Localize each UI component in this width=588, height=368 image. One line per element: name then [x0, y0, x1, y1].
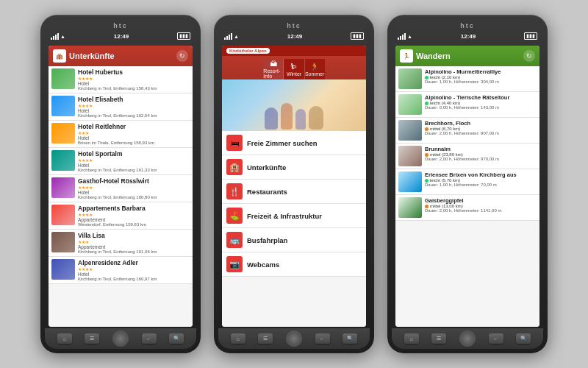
hike-info: Gaisberggipfel mittel (13,00 km) Dauer: …	[425, 197, 537, 213]
status-icons-1: ▲	[51, 33, 65, 40]
app-title-1: Unterkünfte	[69, 52, 173, 60]
menu-icon-busfahrplan: 🚌	[226, 232, 243, 248]
hike-detail: Dauer: 1,00 h, Höhenmeter: 304,00 m	[425, 79, 537, 84]
hike-info: Alpinolino - Murmeltierralllye leicht (2…	[425, 68, 537, 84]
hotel-name: Alpenresidenz Adler	[78, 259, 190, 266]
resort-logo-text: Kitzbüheler Alpen	[229, 49, 267, 53]
back-btn-2[interactable]: ←	[315, 333, 330, 344]
hotel-dist: Kirchberg in Tirol, Entfernung 158,43 km	[78, 86, 190, 91]
hotel-list: Hotel Hubertus ★★★★ Hotel Kirchberg in T…	[49, 66, 193, 327]
hike-item[interactable]: Alpinolino - Tierische Rätseltour leicht…	[395, 92, 539, 118]
hotel-item[interactable]: Villa Lisa ★★★ Appartement Kirchberg in …	[49, 230, 193, 257]
status-time-2: 12:49	[287, 33, 302, 40]
hotel-item[interactable]: Hotel Sportalm ★★★★ Hotel Kirchberg in T…	[49, 148, 193, 175]
htc-logo-1: htc	[113, 22, 128, 29]
status-time-1: 12:49	[114, 33, 129, 40]
diff-dot	[425, 205, 429, 208]
screen-3: 🏃 Wandern ↻ Alpinolino - Murmeltierralll…	[395, 46, 539, 327]
back-btn-3[interactable]: ←	[489, 333, 503, 344]
menu-btn-3[interactable]: ☰	[431, 333, 446, 344]
center-btn-3[interactable]	[459, 330, 476, 347]
menu-item-busfahrplan[interactable]: 🚌 Busfahrplan	[222, 228, 366, 252]
hotel-name: Hotel Hubertus	[78, 68, 190, 76]
center-btn-2[interactable]	[286, 330, 302, 347]
hike-item[interactable]: Gaisberggipfel mittel (13,00 km) Dauer: …	[395, 195, 539, 221]
tab-bar: 🏔 Resort-Info ⛷ Winter 🏃 Sommer	[263, 59, 324, 79]
hotel-item[interactable]: Appartements Barbara ★★★★ Appartement We…	[49, 202, 193, 230]
home-btn-3[interactable]: ⌂	[404, 333, 419, 344]
hotel-item[interactable]: Hotel Elisabeth ★★★★ Hotel Kirchberg in …	[49, 93, 193, 121]
signal-bars-3	[398, 33, 406, 40]
diff-dot	[425, 179, 429, 183]
bottom-bar-3: ⌂ ☰ ← 🔍	[392, 328, 543, 349]
refresh-btn-1[interactable]: ↻	[176, 50, 188, 62]
menu-btn-1[interactable]: ☰	[85, 333, 99, 344]
wifi-icon-1: ▲	[60, 34, 65, 39]
hike-item[interactable]: Erlensee Brixen von Kirchberg aus leicht…	[395, 169, 539, 195]
bottom-bar-1: ⌂ ☰ ← 🔍	[45, 328, 196, 349]
hotel-stars: ★★★	[78, 239, 190, 244]
menu-item-restaurants[interactable]: 🍴 Restaurants	[222, 180, 366, 204]
diff-dot	[425, 102, 429, 105]
wandern-icon-3: 🏃	[400, 49, 413, 63]
diff-dot	[425, 127, 429, 131]
phone-3: htc ▲ 12:49 ▮▮▮ 🏃 Wandern ↻	[387, 15, 548, 353]
hotel-stars: ★★★★	[78, 76, 190, 81]
hotel-item[interactable]: Alpenresidenz Adler ★★★★ Hotel Kirchberg…	[49, 257, 193, 284]
phone-2: htc ▲ 12:49 ▮▮▮ Kitzbüheler Alpen	[214, 15, 374, 353]
hike-thumb	[398, 197, 422, 218]
hike-item[interactable]: Brechhorn, Floch mittel (6,70 km) Dauer:…	[395, 118, 539, 144]
refresh-btn-3[interactable]: ↻	[523, 50, 535, 62]
status-time-3: 12:49	[461, 33, 476, 40]
wifi-icon-2: ▲	[234, 34, 239, 39]
hotel-dist: Kirchberg in Tirol, Entfernung 160,80 km	[78, 195, 190, 199]
home-btn-1[interactable]: ⌂	[57, 333, 72, 344]
battery-icon-2: ▮▮▮	[351, 32, 364, 40]
hike-item[interactable]: Alpinolino - Murmeltierralllye leicht (2…	[395, 66, 539, 92]
back-btn-1[interactable]: ←	[142, 333, 157, 344]
tab-resort-info[interactable]: 🏔 Resort-Info	[263, 59, 284, 79]
phone-top-1: htc ▲ 12:49 ▮▮▮	[45, 21, 196, 44]
hotel-type: Hotel	[78, 163, 190, 168]
winter-icon: ⛷	[290, 63, 298, 71]
hike-info: Brechhorn, Floch mittel (6,70 km) Dauer:…	[425, 120, 537, 135]
menu-item-freie-zimmer[interactable]: 🛏 Freie Zimmer suchen	[222, 131, 366, 155]
hike-name: Brunnalm	[425, 146, 537, 152]
menu-btn-2[interactable]: ☰	[258, 333, 273, 344]
hotel-dist: Kirchberg in Tirol, Entfernung 161,06 km	[78, 250, 190, 254]
hotel-name: Villa Lisa	[78, 232, 190, 239]
menu-icon-freizeit: ⛳	[226, 208, 243, 224]
hotel-thumb	[51, 177, 75, 198]
hotel-name: Gasthof-Hotel Rösslwirt	[78, 177, 190, 185]
menu-item-webcams[interactable]: 📷 Webcams	[222, 252, 366, 277]
screen-2: Kitzbüheler Alpen 🏔 Resort-Info ⛷ Winter…	[222, 46, 366, 327]
bottom-bar-2: ⌂ ☰ ← 🔍	[218, 328, 370, 349]
hotel-item[interactable]: Hotel Hubertus ★★★★ Hotel Kirchberg in T…	[49, 66, 193, 93]
hike-thumb	[398, 94, 422, 115]
home-btn-2[interactable]: ⌂	[231, 333, 245, 344]
hike-item[interactable]: Brunnalm mittel (23,80 km) Dauer: 2,00 h…	[395, 144, 539, 169]
menu-item-unterkuenfte[interactable]: 🏨 Unterkünfte	[222, 155, 366, 180]
hotel-item[interactable]: Hotel Reitlehner ★★★ Hotel Brixen im Tha…	[49, 121, 193, 148]
search-btn-3[interactable]: 🔍	[516, 333, 531, 344]
center-btn-1[interactable]	[112, 330, 129, 347]
signal-bars-2	[224, 33, 232, 40]
menu-icon-restaurants: 🍴	[226, 183, 243, 199]
hotel-item[interactable]: Gasthof-Hotel Rösslwirt ★★★★ Hotel Kirch…	[49, 175, 193, 202]
tab-winter[interactable]: ⛷ Winter	[284, 59, 304, 79]
hike-detail: Dauer: 2,00 h, Höhenmeter: 970,00 m	[425, 157, 537, 161]
search-btn-1[interactable]: 🔍	[169, 333, 184, 344]
menu-label-restaurants: Restaurants	[247, 188, 287, 196]
hotel-stars: ★★★★	[78, 212, 190, 217]
app-bar-1: 🏨 Unterkünfte ↻	[49, 46, 193, 66]
tab-sommer[interactable]: 🏃 Sommer	[305, 59, 325, 79]
menu-item-freizeit[interactable]: ⛳ Freizeit & Infrastruktur	[222, 204, 366, 228]
hotel-name: Appartements Barbara	[78, 205, 190, 212]
hotel-info: Hotel Hubertus ★★★★ Hotel Kirchberg in T…	[78, 68, 190, 91]
hotel-thumb	[51, 205, 75, 225]
battery-area-1: ▮▮▮	[177, 32, 190, 40]
menu-icon-freie-zimmer: 🛏	[226, 135, 243, 151]
hike-detail: Dauer: 2,00 h, Höhenmeter: 907,00 m	[425, 131, 537, 135]
search-btn-2[interactable]: 🔍	[343, 333, 357, 344]
hike-name: Brechhorn, Floch	[425, 120, 537, 127]
